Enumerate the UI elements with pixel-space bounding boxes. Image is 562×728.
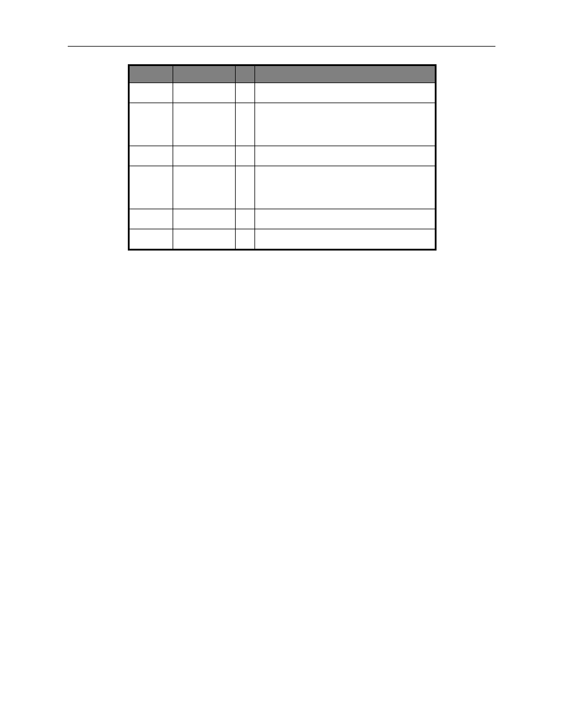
table-row: [130, 229, 435, 249]
table-header-row: [130, 66, 435, 83]
table-cell: [130, 166, 173, 209]
table-row: [130, 209, 435, 229]
table-cell: [130, 146, 173, 166]
table-cell: [173, 83, 236, 103]
table-cell: [173, 146, 236, 166]
table-cell: [173, 229, 236, 249]
table-row: [130, 146, 435, 166]
table-header-cell: [255, 66, 435, 83]
table-cell: [236, 103, 255, 146]
table-row: [130, 103, 435, 146]
table-cell: [173, 209, 236, 229]
table-cell: [173, 166, 236, 209]
table-header-cell: [236, 66, 255, 83]
table-cell: [130, 103, 173, 146]
table-cell: [255, 146, 435, 166]
data-table-wrap: [128, 64, 437, 251]
table-cell: [130, 209, 173, 229]
table-cell: [255, 103, 435, 146]
data-table: [129, 65, 435, 249]
table-row: [130, 166, 435, 209]
table-cell: [236, 229, 255, 249]
table-cell: [236, 166, 255, 209]
table-cell: [255, 83, 435, 103]
page-container: [0, 0, 562, 728]
header-rule: [68, 46, 495, 47]
table-cell: [130, 229, 173, 249]
table-cell: [255, 229, 435, 249]
table-cell: [236, 146, 255, 166]
table-cell: [236, 209, 255, 229]
table-row: [130, 83, 435, 103]
table-cell: [236, 83, 255, 103]
table-header-cell: [130, 66, 173, 83]
table-cell: [130, 83, 173, 103]
table-cell: [173, 103, 236, 146]
table-cell: [255, 209, 435, 229]
table-header-cell: [173, 66, 236, 83]
table-cell: [255, 166, 435, 209]
